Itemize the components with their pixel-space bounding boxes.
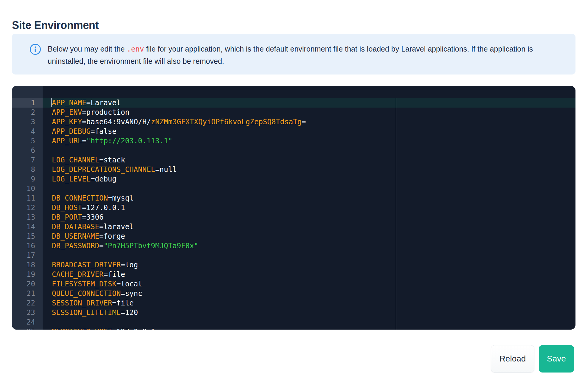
env-value: local <box>121 280 142 288</box>
code-text: FILESYSTEM_DISK=local <box>43 279 575 289</box>
line-number: 13 <box>12 213 43 221</box>
code-line[interactable]: 2APP_ENV=production <box>12 108 575 117</box>
line-number: 25 <box>12 328 43 330</box>
code-text: APP_DEBUG=false <box>43 127 575 136</box>
env-value: mysql <box>112 194 134 202</box>
code-line[interactable]: 11DB_CONNECTION=mysql <box>12 193 575 203</box>
line-number: 24 <box>12 318 43 326</box>
line-number: 8 <box>12 165 43 174</box>
env-key: BROADCAST_DRIVER <box>52 261 121 269</box>
code-lines: 1APP_NAME=Laravel2APP_ENV=production3APP… <box>12 98 575 330</box>
code-text: LOG_DEPRECATIONS_CHANNEL=null <box>43 165 575 174</box>
env-key: APP_ENV <box>52 108 82 117</box>
code-line[interactable]: 15DB_USERNAME=forge <box>12 232 575 241</box>
equals-operator: = <box>82 213 86 221</box>
line-number: 7 <box>12 156 43 164</box>
code-text: BROADCAST_DRIVER=log <box>43 260 575 270</box>
env-value: log <box>125 261 138 269</box>
line-number: 19 <box>12 270 43 279</box>
env-filename-token: .env <box>127 45 144 53</box>
code-line[interactable]: 14DB_DATABASE=laravel <box>12 222 575 232</box>
code-text <box>43 184 575 193</box>
equals-operator: = <box>82 108 86 117</box>
env-value: false <box>95 127 117 136</box>
code-line[interactable]: 16DB_PASSWORD="Pn7H5PTbvt9MJQTa9F0x" <box>12 241 575 251</box>
env-key: APP_URL <box>52 137 82 145</box>
line-number: 21 <box>12 289 43 298</box>
line-number: 14 <box>12 223 43 231</box>
code-line[interactable]: 19CACHE_DRIVER=file <box>12 270 575 279</box>
code-line[interactable]: 12DB_HOST=127.0.0.1 <box>12 203 575 212</box>
env-key: CACHE_DRIVER <box>52 270 103 279</box>
code-text: DB_HOST=127.0.0.1 <box>43 203 575 212</box>
env-value: base64:9vANO/H/ <box>86 118 151 126</box>
env-key: DB_PASSWORD <box>52 242 99 250</box>
env-key: LOG_LEVEL <box>52 175 91 183</box>
env-value: forge <box>103 232 125 240</box>
code-text: APP_KEY=base64:9vANO/H/zNZMm3GFXTXQyiOPf… <box>43 117 575 127</box>
code-line[interactable]: 17 <box>12 251 575 260</box>
equals-operator: = <box>99 156 103 164</box>
line-number: 15 <box>12 232 43 240</box>
env-value: stack <box>103 156 125 164</box>
line-number: 4 <box>12 127 43 136</box>
env-key: QUEUE_CONNECTION <box>52 289 121 298</box>
env-string-value: "Pn7H5PTbvt9MJQTa9F0x" <box>103 242 198 250</box>
env-value: file <box>117 299 134 307</box>
line-number: 5 <box>12 137 43 145</box>
equals-operator: = <box>103 270 108 279</box>
code-text: APP_ENV=production <box>43 108 575 117</box>
code-line[interactable]: 24 <box>12 317 575 327</box>
env-value: debug <box>95 175 117 183</box>
code-text: LOG_CHANNEL=stack <box>43 155 575 165</box>
code-text: APP_URL="http://203.0.113.1" <box>43 136 575 146</box>
alert-text-before: Below you may edit the <box>48 45 127 53</box>
code-line[interactable]: 5APP_URL="http://203.0.113.1" <box>12 136 575 146</box>
reload-button[interactable]: Reload <box>491 345 534 373</box>
env-key: LOG_CHANNEL <box>52 156 99 164</box>
code-text: QUEUE_CONNECTION=sync <box>43 289 575 298</box>
code-line[interactable]: 6 <box>12 146 575 155</box>
env-key: SESSION_DRIVER <box>52 299 112 307</box>
line-number: 11 <box>12 194 43 202</box>
code-line[interactable]: 18BROADCAST_DRIVER=log <box>12 260 575 270</box>
equals-operator: = <box>302 118 306 126</box>
code-line[interactable]: 23SESSION_LIFETIME=120 <box>12 308 575 317</box>
code-line[interactable]: 4APP_DEBUG=false <box>12 127 575 136</box>
env-key: DB_CONNECTION <box>52 194 108 202</box>
env-key: APP_DEBUG <box>52 127 91 136</box>
equals-operator: = <box>82 204 86 212</box>
code-line[interactable]: 25MEMCACHED_HOST=127.0.0.1 <box>12 327 575 330</box>
save-button[interactable]: Save <box>539 345 574 373</box>
line-number: 6 <box>12 146 43 155</box>
code-text: SESSION_DRIVER=file <box>43 298 575 308</box>
env-value: 127.0.0.1 <box>117 328 155 330</box>
equals-operator: = <box>82 118 86 126</box>
line-number: 20 <box>12 280 43 288</box>
code-line[interactable]: 3APP_KEY=base64:9vANO/H/zNZMm3GFXTXQyiOP… <box>12 117 575 127</box>
code-line[interactable]: 22SESSION_DRIVER=file <box>12 298 575 308</box>
env-key: APP_KEY <box>52 118 82 126</box>
code-line[interactable]: 1APP_NAME=Laravel <box>12 98 575 108</box>
code-line[interactable]: 10 <box>12 184 575 193</box>
code-line[interactable]: 8LOG_DEPRECATIONS_CHANNEL=null <box>12 165 575 174</box>
equals-operator: = <box>117 280 121 288</box>
code-line[interactable]: 21QUEUE_CONNECTION=sync <box>12 289 575 298</box>
equals-operator: = <box>99 242 103 250</box>
line-number: 17 <box>12 251 43 260</box>
column-ruler <box>396 98 396 330</box>
code-line[interactable]: 13DB_PORT=3306 <box>12 212 575 222</box>
code-text: APP_NAME=Laravel <box>43 98 575 108</box>
env-code-editor[interactable]: 1APP_NAME=Laravel2APP_ENV=production3APP… <box>12 86 575 330</box>
code-line[interactable]: 9LOG_LEVEL=debug <box>12 174 575 184</box>
code-text: DB_PORT=3306 <box>43 212 575 222</box>
code-line[interactable]: 20FILESYSTEM_DISK=local <box>12 279 575 289</box>
code-line[interactable]: 7LOG_CHANNEL=stack <box>12 155 575 165</box>
line-number: 16 <box>12 242 43 250</box>
equals-operator: = <box>112 328 116 330</box>
code-text <box>43 146 575 155</box>
env-key: zNZMm3GFXTXQyiOPf6kvoLgZepSQ8TdsaTg <box>151 118 302 126</box>
line-number: 1 <box>12 99 43 107</box>
code-text: DB_USERNAME=forge <box>43 232 575 241</box>
env-key: DB_HOST <box>52 204 82 212</box>
